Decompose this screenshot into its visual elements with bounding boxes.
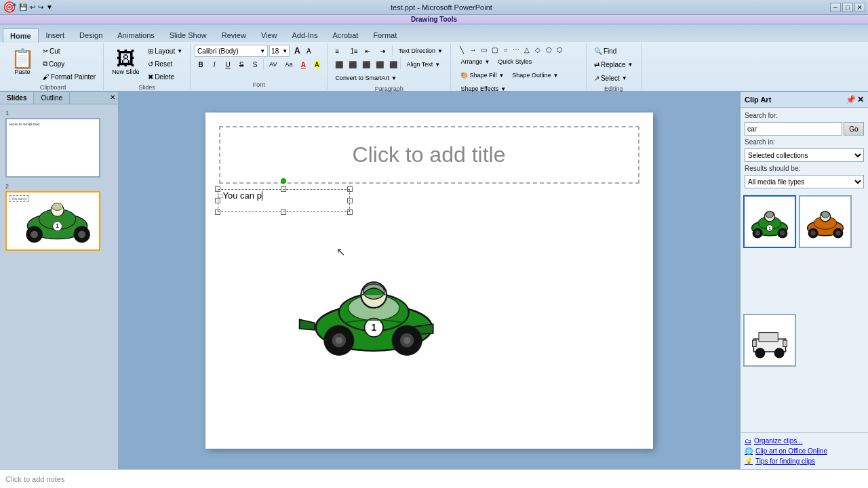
font-size-increase[interactable]: A	[291, 45, 302, 57]
arrange-button[interactable]: Arrange ▼	[457, 56, 493, 68]
decrease-indent[interactable]: ⇤	[361, 45, 375, 57]
shape-arrow[interactable]: →	[468, 45, 477, 54]
tab-format[interactable]: Format	[366, 28, 404, 42]
char-spacing-button[interactable]: AV	[266, 58, 280, 70]
convert-smartart-button[interactable]: Convert to SmartArt ▼	[332, 72, 399, 84]
bullets-button[interactable]: ≡	[332, 45, 345, 57]
underline-button[interactable]: U	[222, 58, 234, 70]
quick-styles-button[interactable]: Quick Styles	[494, 56, 535, 68]
tab-acrobat[interactable]: Acrobat	[325, 28, 366, 42]
clipart-search-input[interactable]	[745, 122, 842, 136]
replace-button[interactable]: ⇄ Replace ▼	[591, 58, 637, 70]
tab-slides[interactable]: Slides	[0, 92, 34, 104]
organize-clips-link[interactable]: 🗂 Organize clips...	[745, 436, 864, 446]
canvas-area[interactable]: Click to add title □ Yo	[119, 92, 739, 469]
highlight-button[interactable]: A	[311, 58, 323, 70]
tab-animations[interactable]: Animations	[110, 28, 161, 42]
shape-more[interactable]: ⋯	[511, 45, 521, 54]
office-online-link[interactable]: 🌐 Clip art on Office Online	[745, 446, 864, 456]
text-box-selected[interactable]: □ You can p	[218, 189, 350, 212]
numbering-button[interactable]: 1≡	[347, 45, 360, 57]
tab-outline[interactable]: Outline	[34, 92, 70, 104]
text-direction-button[interactable]: Text Direction ▼	[395, 45, 446, 57]
find-button[interactable]: 🔍 Find	[591, 45, 620, 57]
slide-1-thumbnail[interactable]: 1 How to wrap text	[5, 110, 113, 178]
clipart-item-1[interactable]: 1	[743, 195, 796, 248]
shape-round-rect[interactable]: ▢	[490, 45, 499, 54]
shape-oval[interactable]: ○	[500, 45, 510, 54]
font-color-button[interactable]: A	[297, 58, 309, 70]
font-name-dropdown[interactable]: Calibri (Body) ▼	[195, 45, 268, 57]
tab-review[interactable]: Review	[214, 28, 254, 42]
strikethrough-button[interactable]: S	[235, 58, 248, 70]
tab-design[interactable]: Design	[72, 28, 110, 42]
italic-button[interactable]: I	[208, 58, 220, 70]
increase-indent[interactable]: ⇥	[376, 45, 390, 57]
clipart-search-in-dropdown[interactable]: Selected collections	[745, 148, 864, 162]
cut-button[interactable]: ✂ Cut	[39, 45, 99, 57]
notes-bar[interactable]: Click to add notes	[0, 469, 868, 488]
clipart-pin-icon[interactable]: 📌	[846, 95, 856, 104]
justify-button[interactable]: ⬛	[372, 58, 384, 70]
copy-button[interactable]: ⧉ Copy	[39, 58, 99, 70]
clipart-item-2[interactable]	[799, 195, 852, 248]
shape-pentagon[interactable]: ⬠	[544, 45, 553, 54]
clipart-results-dropdown[interactable]: All media file types	[745, 175, 864, 188]
align-left-button[interactable]: ⬛	[332, 58, 344, 70]
align-text-button[interactable]: Align Text ▼	[403, 58, 443, 70]
maximize-button[interactable]: □	[842, 3, 853, 12]
clipart-go-button[interactable]: Go	[844, 122, 864, 136]
qat-dropdown[interactable]: ▼	[46, 3, 53, 11]
columns-button[interactable]: ⬛	[386, 58, 398, 70]
shape-line[interactable]: ╲	[457, 45, 467, 54]
delete-button[interactable]: ✖ Delete	[144, 70, 186, 83]
new-slide-button[interactable]: 🖼 New Slide	[108, 45, 143, 80]
qat-redo[interactable]: ↪	[38, 3, 43, 11]
shadow-button[interactable]: S	[249, 58, 261, 70]
svg-rect-46	[783, 340, 787, 346]
shape-hexagon[interactable]: ⬡	[555, 45, 564, 54]
qat-undo[interactable]: ↩	[30, 3, 35, 11]
layout-button[interactable]: ⊞ Layout ▼	[144, 45, 186, 57]
rotation-handle[interactable]	[281, 178, 286, 184]
shape-triangle[interactable]: △	[522, 45, 532, 54]
align-right-button[interactable]: ⬛	[359, 58, 371, 70]
shape-fill-button[interactable]: 🎨 Shape Fill ▼	[457, 69, 507, 81]
svg-point-7	[78, 230, 85, 238]
font-size-dropdown[interactable]: 18 ▼	[269, 45, 290, 57]
svg-rect-42	[759, 333, 778, 342]
clipart-item-3[interactable]	[743, 314, 796, 367]
shape-outline-button[interactable]: Shape Outline ▼	[509, 69, 561, 81]
svg-point-43	[755, 348, 765, 358]
qat-save[interactable]: 💾	[19, 3, 27, 11]
font-size-decrease[interactable]: A	[303, 45, 314, 57]
tips-icon: 💡	[745, 458, 753, 465]
align-center-button[interactable]: ⬛	[345, 58, 357, 70]
reset-button[interactable]: ↺ Reset	[144, 58, 186, 70]
tab-slideshow[interactable]: Slide Show	[162, 28, 214, 42]
tips-link[interactable]: 💡 Tips for finding clips	[745, 456, 864, 466]
tab-home[interactable]: Home	[3, 28, 39, 43]
drawing-tools-label: Drawing Tools	[406, 16, 462, 23]
tab-insert[interactable]: Insert	[39, 28, 73, 42]
shape-diamond[interactable]: ◇	[533, 45, 542, 54]
panel-close-button[interactable]: ✕	[107, 92, 118, 104]
delete-icon: ✖	[148, 73, 153, 81]
change-case-button[interactable]: Aa	[281, 58, 296, 70]
title-placeholder[interactable]: Click to add title	[219, 126, 639, 184]
clipart-close-icon[interactable]: ✕	[857, 95, 864, 104]
group-paragraph: ≡ 1≡ ⇤ ⇥ Text Direction ▼ ⬛ ⬛ ⬛ ⬛ ⬛	[328, 43, 450, 89]
close-button[interactable]: ✕	[854, 3, 865, 12]
online-icon: 🌐	[745, 447, 753, 455]
shape-rect[interactable]: ▭	[479, 45, 488, 54]
tab-addins[interactable]: Add-Ins	[285, 28, 326, 42]
minimize-button[interactable]: ─	[830, 3, 841, 12]
bold-button[interactable]: B	[195, 58, 207, 70]
tab-view[interactable]: View	[254, 28, 285, 42]
select-button[interactable]: ↗ Select ▼	[591, 72, 631, 84]
svg-text:1: 1	[371, 323, 376, 333]
car-image[interactable]: 1	[294, 258, 456, 353]
paste-button[interactable]: 📋 Paste	[7, 45, 38, 80]
format-painter-button[interactable]: 🖌 Format Painter	[39, 70, 99, 83]
slide-2-thumbnail[interactable]: 2 1	[5, 183, 113, 251]
